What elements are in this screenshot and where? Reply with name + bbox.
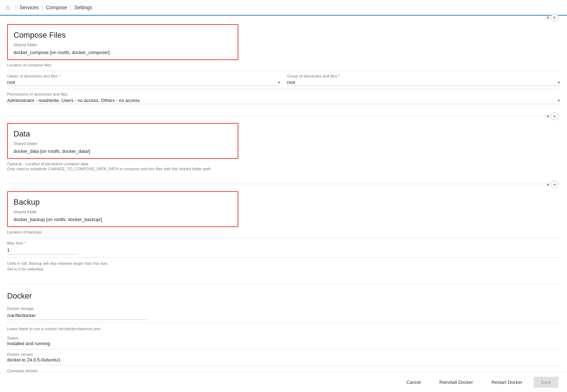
data-add-button[interactable]: ＋: [551, 112, 558, 120]
data-section: Data Shared folder docker_data [on rootf…: [7, 123, 560, 175]
compose-group-select-wrapper: root ▾: [287, 79, 560, 86]
compose-owner-select-wrapper: root ▾: [7, 79, 280, 86]
compose-shared-folder-value: docker_compose [on rootfs, docker_compos…: [14, 50, 110, 55]
save-button[interactable]: Save: [534, 377, 558, 388]
backup-hint-text-2: Set to 0 for unlimited.: [7, 267, 560, 271]
backup-location-row: Location of backups: [7, 227, 560, 238]
backup-maxsize-label: Max Size *: [7, 241, 560, 245]
docker-version-row: Docker version docker.io 24.0.5-0ubuntu1: [7, 349, 560, 366]
backup-hint-row: Units in GB. Backup will skip volumes la…: [7, 258, 560, 275]
topbar: ⌂ | Services | Compose | Settings: [0, 0, 567, 16]
backup-maxsize-input[interactable]: [7, 246, 78, 254]
compose-permissions-select-wrapper: Administrator - read/write, Users - no a…: [7, 97, 560, 104]
main-content: Compose Files Shared folder docker_compo…: [0, 16, 567, 392]
compose-permissions-row: Permissions of directories and files Adm…: [7, 89, 560, 107]
docker-storage-row: Docker storage: [7, 304, 560, 323]
compose-location-label: Location of compose files: [7, 63, 560, 67]
divider-1: [7, 116, 560, 116]
divider-3: [7, 284, 560, 284]
backup-chevron-down-icon: ▾: [547, 182, 549, 187]
compose-files-section: Compose Files Shared folder docker_compo…: [7, 24, 560, 107]
data-optional-row: Optional - Location of persistent contai…: [7, 159, 560, 175]
restart-docker-button[interactable]: Restart Docker: [484, 377, 530, 388]
reinstall-docker-button[interactable]: Reinstall Docker: [432, 377, 480, 388]
backup-title: Backup: [14, 198, 232, 207]
data-optional-hint: Only used to substitute CHANGE_TO_COMPOS…: [7, 167, 560, 171]
docker-title: Docker: [7, 291, 560, 301]
compose-owner-select[interactable]: root: [7, 79, 280, 86]
nav-compose[interactable]: Compose: [46, 5, 67, 10]
data-chevron-down-icon: ▾: [547, 114, 549, 119]
docker-custom-config-hint: Leave blank to use a custom /etc/docker/…: [7, 327, 560, 331]
footer-actions: Cancel Reinstall Docker Restart Docker S…: [0, 372, 567, 392]
sep-1: |: [15, 4, 17, 11]
divider-2: [7, 184, 560, 184]
compose-chevron-down-icon: ▾: [547, 15, 549, 20]
compose-location-row: Location of compose files: [7, 60, 560, 71]
backup-maxsize-row: Max Size *: [7, 238, 560, 258]
backup-add-button[interactable]: ＋: [551, 181, 558, 188]
docker-section: Docker Docker storage Leave blank to use…: [7, 291, 560, 377]
docker-status-row: Status Installed and running: [7, 333, 560, 349]
docker-storage-label: Docker storage: [7, 306, 560, 311]
compose-group-col: Group of directories and files * root ▾: [287, 71, 560, 89]
compose-owner-group-row: Owner of directories and files * root ▾ …: [7, 71, 560, 89]
backup-location-label: Location of backups: [7, 230, 560, 234]
data-shared-folder-row: docker_data [on rootfs, docker_data/]: [14, 146, 232, 154]
backup-hint-text-1: Units in GB. Backup will skip volumes la…: [7, 261, 560, 265]
backup-section: Backup Shared folder docker_backup [on r…: [7, 191, 560, 275]
home-icon[interactable]: ⌂: [6, 4, 10, 11]
compose-shared-folder-label: Shared folder: [14, 43, 232, 47]
sep-2: |: [42, 4, 43, 11]
compose-files-title: Compose Files: [14, 31, 232, 40]
docker-version-value: docker.io 24.0.5-0ubuntu1: [7, 357, 560, 363]
compose-add-button[interactable]: ＋: [551, 14, 558, 21]
data-card: Data Shared folder docker_data [on rootf…: [7, 123, 238, 159]
nav-services[interactable]: Services: [20, 5, 39, 10]
compose-group-label: Group of directories and files *: [287, 74, 560, 78]
docker-status-value: Installed and running: [7, 341, 560, 346]
docker-custom-config-row: Leave blank to use a custom /etc/docker/…: [7, 323, 560, 333]
cancel-button[interactable]: Cancel: [399, 377, 428, 388]
data-title: Data: [14, 129, 232, 139]
docker-storage-input[interactable]: [7, 311, 149, 320]
backup-shared-folder-label: Shared folder: [14, 210, 232, 214]
backup-shared-folder-value: docker_backup [on rootfs, docker_backup/…: [14, 217, 102, 222]
compose-owner-label: Owner of directories and files *: [7, 74, 280, 78]
docker-version-label: Docker version: [7, 352, 560, 356]
compose-permissions-label: Permissions of directories and files: [7, 92, 560, 96]
data-shared-folder-value: docker_data [on rootfs, docker_data/]: [14, 149, 90, 154]
backup-card: Backup Shared folder docker_backup [on r…: [7, 191, 238, 227]
nav-settings[interactable]: Settings: [74, 5, 92, 10]
data-optional-label: Optional - Location of persistent contai…: [7, 162, 560, 166]
backup-shared-folder-row: docker_backup [on rootfs, docker_backup/…: [14, 215, 232, 222]
compose-group-select[interactable]: root: [287, 79, 560, 86]
sep-3: |: [70, 4, 71, 11]
docker-status-label: Status: [7, 336, 560, 340]
compose-shared-folder-row: docker_compose [on rootfs, docker_compos…: [14, 48, 232, 55]
compose-owner-col: Owner of directories and files * root ▾: [7, 71, 280, 89]
data-shared-folder-label: Shared folder: [14, 141, 232, 146]
compose-permissions-select[interactable]: Administrator - read/write, Users - no a…: [7, 97, 560, 104]
compose-files-card: Compose Files Shared folder docker_compo…: [7, 24, 238, 60]
